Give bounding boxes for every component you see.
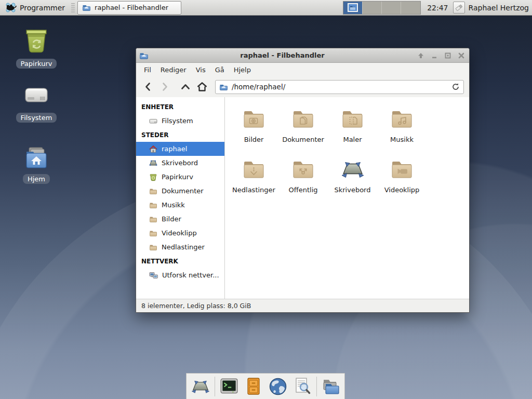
window-controls <box>416 51 466 60</box>
document-search-launcher[interactable] <box>292 376 313 397</box>
file-item-templates[interactable]: Maler <box>328 107 377 157</box>
panel-right-area: 22:47 Raphael Hertzog <box>343 0 532 15</box>
menu-file[interactable]: Fil <box>139 64 156 75</box>
menu-edit[interactable]: Rediger <box>156 64 191 75</box>
desktop-icon-trash[interactable]: Papirkurv <box>10 27 62 69</box>
file-item-public[interactable]: Offentlig <box>278 157 328 207</box>
folder-pictures-icon <box>242 107 267 131</box>
sidebar-item-trash[interactable]: Papirkurv <box>136 170 224 184</box>
file-manager-window: raphael - Filbehandler Fil Rediger Vis G… <box>136 48 470 313</box>
minimize-button[interactable] <box>430 51 439 60</box>
shade-button[interactable] <box>416 51 425 60</box>
forward-button[interactable] <box>157 79 172 94</box>
folder-videos-icon <box>390 157 415 182</box>
sidebar: ENHETER Filsystem STEDER <box>136 97 225 299</box>
workspace-3[interactable] <box>382 2 401 14</box>
sidebar-item-label: Nedlastinger <box>162 243 205 251</box>
file-item-documents[interactable]: Dokumenter <box>278 107 328 157</box>
reload-icon[interactable] <box>451 83 460 91</box>
path-value: /home/raphael/ <box>232 83 448 91</box>
maximize-button[interactable] <box>443 51 453 60</box>
sidebar-header-devices: ENHETER <box>136 100 224 114</box>
file-grid: Bilder Dokumenter <box>225 97 469 299</box>
toolbar: /home/raphael/ <box>136 76 469 97</box>
file-cabinet-launcher[interactable] <box>243 376 264 397</box>
sidebar-item-browse-network[interactable]: Utforsk nettver... <box>136 268 224 282</box>
sidebar-item-label: Skrivebord <box>162 159 198 167</box>
folder-icon <box>149 215 157 223</box>
user-session-icon[interactable] <box>453 2 465 14</box>
terminal-launcher[interactable] <box>219 376 240 397</box>
web-browser-launcher[interactable] <box>268 376 288 397</box>
applications-menu-label: Programmer <box>20 4 65 12</box>
sidebar-item-music[interactable]: Musikk <box>136 198 224 212</box>
workspace-1[interactable] <box>343 2 363 14</box>
sidebar-item-label: Filsystem <box>162 117 193 125</box>
file-item-videos[interactable]: Videoklipp <box>377 157 427 207</box>
file-item-downloads[interactable]: Nedlastinger <box>229 157 278 207</box>
trash-icon <box>149 173 157 181</box>
menubar: Fil Rediger Vis Gå Hjelp <box>136 63 469 76</box>
file-label: Maler <box>343 136 362 143</box>
taskbar-window-label: raphael - Filbehandler <box>95 4 168 11</box>
window-body: ENHETER Filsystem STEDER <box>136 97 469 299</box>
file-item-music[interactable]: Musikk <box>377 107 427 157</box>
sidebar-item-filesystem[interactable]: Filsystem <box>136 114 224 128</box>
file-item-pictures[interactable]: Bilder <box>229 107 278 157</box>
dock-separator <box>316 377 317 396</box>
menu-help[interactable]: Hjelp <box>229 64 256 75</box>
file-label: Offentlig <box>289 186 318 194</box>
sidebar-item-documents[interactable]: Dokumenter <box>136 184 224 198</box>
home-folder-icon <box>23 145 49 170</box>
desktop-icon-filesystem[interactable]: Filsystem <box>10 83 62 123</box>
folder-icon <box>149 229 157 237</box>
sidebar-item-home[interactable]: raphael <box>136 142 224 156</box>
up-button[interactable] <box>178 79 193 94</box>
sidebar-item-label: Bilder <box>162 215 181 223</box>
sidebar-item-downloads[interactable]: Nedlastinger <box>136 240 224 254</box>
workspace-4[interactable] <box>401 2 420 14</box>
sidebar-item-label: raphael <box>162 145 187 153</box>
file-label: Videoklipp <box>384 186 420 194</box>
user-name[interactable]: Raphael Hertzog <box>469 4 529 12</box>
desktop-icon-home[interactable]: Hjem <box>10 145 62 184</box>
show-desktop-button[interactable] <box>190 376 211 397</box>
titlebar[interactable]: raphael - Filbehandler <box>136 48 469 63</box>
sidebar-item-label: Dokumenter <box>162 187 204 195</box>
sidebar-item-pictures[interactable]: Bilder <box>136 212 224 226</box>
file-manager-launcher[interactable] <box>321 376 341 397</box>
menu-go[interactable]: Gå <box>210 64 229 75</box>
file-label: Musikk <box>390 136 414 143</box>
sidebar-item-label: Videoklipp <box>162 229 197 237</box>
file-label: Nedlastinger <box>232 186 275 194</box>
sidebar-item-label: Utforsk nettver... <box>162 271 219 279</box>
menu-view[interactable]: Vis <box>191 64 210 75</box>
folder-templates-icon <box>340 107 365 131</box>
taskbar-window-button[interactable]: raphael - Filbehandler <box>77 1 181 15</box>
trash-icon <box>23 27 50 55</box>
top-panel: Programmer raphael - Filbehandler <box>0 0 532 16</box>
desktop-icon-label: Papirkurv <box>16 59 57 69</box>
dock-separator <box>215 377 215 396</box>
sidebar-item-label: Musikk <box>162 201 185 209</box>
folder-downloads-icon <box>242 157 267 182</box>
panel-grip[interactable] <box>71 3 75 12</box>
workspace-switcher <box>343 1 421 15</box>
folder-icon <box>82 4 91 11</box>
workspace-2[interactable] <box>363 2 382 14</box>
sidebar-item-videos[interactable]: Videoklipp <box>136 226 224 240</box>
close-button[interactable] <box>457 51 466 60</box>
path-input[interactable]: /home/raphael/ <box>215 80 464 94</box>
folder-icon <box>149 243 157 251</box>
harddrive-icon <box>149 117 157 125</box>
xfce-menu-icon <box>5 2 17 14</box>
file-item-desktop[interactable]: Skrivebord <box>328 157 377 207</box>
desktop-icon-label: Hjem <box>23 174 50 184</box>
home-button[interactable] <box>194 79 210 94</box>
desktop-icon <box>340 157 365 182</box>
folder-icon <box>149 201 157 209</box>
back-button[interactable] <box>140 79 156 94</box>
folder-documents-icon <box>291 107 316 131</box>
sidebar-item-desktop[interactable]: Skrivebord <box>136 156 224 170</box>
applications-menu-button[interactable]: Programmer <box>0 0 70 15</box>
